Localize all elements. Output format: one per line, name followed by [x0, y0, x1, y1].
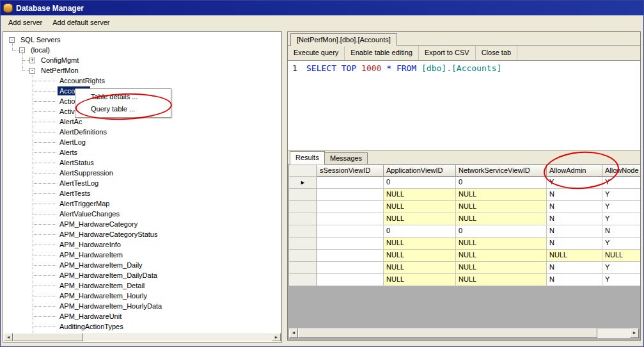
- grid-cell[interactable]: Y: [602, 238, 640, 250]
- grid-scrollbar-track[interactable]: [597, 328, 630, 338]
- tree-item-label[interactable]: AlertAc: [58, 117, 84, 126]
- tree-item-label[interactable]: AlertStatus: [58, 158, 96, 167]
- row-selector[interactable]: [289, 201, 317, 213]
- tree-item-label[interactable]: NetPerfMon: [39, 66, 81, 75]
- grid-cell[interactable]: N: [547, 238, 602, 250]
- tree-item-label[interactable]: SQL Servers: [19, 35, 63, 44]
- grid-cell[interactable]: NULL: [602, 250, 640, 262]
- tree-item--local-[interactable]: -(local): [4, 45, 281, 55]
- tree-item-apm-hardwareitem-hourlydata[interactable]: APM_HardwareItem_HourlyData: [4, 301, 281, 311]
- tab-messages[interactable]: Messages: [324, 152, 368, 165]
- tree-item-label[interactable]: AlertSuppression: [58, 168, 115, 177]
- column-header-applicationviewid[interactable]: ApplicationViewID: [384, 165, 456, 177]
- grid-cell[interactable]: N: [547, 189, 602, 201]
- scroll-right-arrow-icon[interactable]: ►: [272, 333, 281, 341]
- grid-cell[interactable]: Y: [602, 262, 640, 274]
- grid-cell[interactable]: N: [547, 274, 602, 286]
- tree-item-label[interactable]: APM_HardwareItem_Daily: [58, 261, 145, 270]
- tree-item-configmgmt[interactable]: +ConfigMgmt: [4, 55, 281, 65]
- scroll-right-arrow-icon[interactable]: ►: [630, 328, 639, 338]
- grid-cell[interactable]: [317, 177, 384, 189]
- row-selector[interactable]: [289, 250, 317, 262]
- tree-item-alertstatus[interactable]: AlertStatus: [4, 157, 281, 168]
- grid-cell[interactable]: 0: [456, 177, 547, 189]
- tree-scrollbar-track[interactable]: [83, 333, 272, 341]
- execute-query-button[interactable]: Execute query: [288, 46, 345, 60]
- tree-scrollbar-thumb[interactable]: [13, 333, 83, 341]
- grid-cell[interactable]: N: [547, 225, 602, 238]
- tree-item-label[interactable]: ConfigMgmt: [39, 56, 81, 65]
- tree-item-accountrights[interactable]: AccountRights: [4, 76, 281, 86]
- tree-item-label[interactable]: APM_HardwareItem_Detail: [58, 281, 146, 290]
- tree-item-label[interactable]: AccountRights: [58, 76, 107, 85]
- tree-item-auditingactiontypes[interactable]: AuditingActionTypes: [4, 321, 281, 332]
- tree-item-apm-hardwarecategory[interactable]: APM_HardwareCategory: [4, 219, 281, 229]
- tree-item-apm-hardwareitem-hourly[interactable]: APM_HardwareItem_Hourly: [4, 291, 281, 301]
- sql-query-text[interactable]: SELECT TOP 1000 * FROM [dbo].[Accounts]: [306, 61, 501, 150]
- row-selector[interactable]: [289, 213, 317, 225]
- tree-item-label[interactable]: APM_HardwareItem_DailyData: [58, 271, 159, 280]
- scroll-left-arrow-icon[interactable]: ◄: [4, 333, 13, 341]
- grid-cell[interactable]: NULL: [456, 238, 547, 250]
- tree-horizontal-scrollbar[interactable]: ◄ ►: [4, 333, 281, 341]
- grid-cell[interactable]: NULL: [384, 213, 456, 225]
- tree-item-alerts[interactable]: Alerts: [4, 147, 281, 157]
- grid-cell[interactable]: NULL: [456, 189, 547, 201]
- grid-cell[interactable]: [317, 213, 384, 225]
- tree-item-apm-hardwareitem[interactable]: APM_HardwareItem: [4, 250, 281, 260]
- grid-cell[interactable]: NULL: [384, 238, 456, 250]
- tree-item-apm-hardwareinfo[interactable]: APM_HardwareInfo: [4, 239, 281, 250]
- grid-cell[interactable]: Y: [602, 189, 640, 201]
- tree-item-label[interactable]: AlertLog: [58, 138, 88, 147]
- tree-item-label[interactable]: AlertTests: [58, 189, 92, 198]
- grid-cell[interactable]: [317, 225, 384, 238]
- tab-netperfmon-dbo-accounts[interactable]: [NetPerfMon].[dbo].[Accounts]: [290, 33, 397, 46]
- row-selector[interactable]: [289, 225, 317, 238]
- grid-cell[interactable]: NULL: [384, 274, 456, 286]
- tab-results[interactable]: Results: [290, 151, 325, 165]
- grid-scrollbar-thumb[interactable]: [298, 328, 597, 338]
- tree-item-sql-servers[interactable]: -SQL Servers: [4, 35, 281, 45]
- scroll-left-arrow-icon[interactable]: ◄: [289, 328, 298, 338]
- tree-item-alerttests[interactable]: AlertTests: [4, 188, 281, 198]
- tree-item-alertdefinitions[interactable]: AlertDefinitions: [4, 127, 281, 137]
- sql-editor[interactable]: 1 SELECT TOP 1000 * FROM [dbo].[Accounts…: [288, 60, 640, 150]
- grid-cell[interactable]: [317, 274, 384, 286]
- grid-cell[interactable]: N: [547, 201, 602, 213]
- tree-item-label[interactable]: AuditingArguments: [58, 332, 121, 333]
- menu-add-default-server[interactable]: Add default server: [47, 17, 114, 28]
- tree-item-apm-hardwarecategorystatus[interactable]: APM_HardwareCategoryStatus: [4, 229, 281, 239]
- row-selector[interactable]: [289, 262, 317, 274]
- title-bar[interactable]: Database Manager: [1, 1, 643, 15]
- grid-cell[interactable]: NULL: [384, 189, 456, 201]
- grid-cell[interactable]: NULL: [384, 201, 456, 213]
- grid-cell[interactable]: Y: [602, 274, 640, 286]
- grid-cell[interactable]: 0: [384, 177, 456, 189]
- row-selector[interactable]: [289, 189, 317, 201]
- row-selector[interactable]: [289, 274, 317, 286]
- tree-item-label[interactable]: AlertValueChanges: [58, 209, 122, 218]
- grid-cell[interactable]: N: [547, 262, 602, 274]
- grid-cell[interactable]: [317, 250, 384, 262]
- tree-item-alertsuppression[interactable]: AlertSuppression: [4, 168, 281, 178]
- tree-item-apm-hardwareunit[interactable]: APM_HardwareUnit: [4, 311, 281, 321]
- expand-icon[interactable]: +: [29, 58, 35, 63]
- column-header-ssessionviewid[interactable]: sSessionViewID: [317, 165, 384, 177]
- tree-item-netperfmon[interactable]: -NetPerfMon: [4, 65, 281, 76]
- enable-table-editing-button[interactable]: Enable table editing: [345, 46, 419, 60]
- tree-item-alerttriggermap[interactable]: AlertTriggerMap: [4, 198, 281, 209]
- grid-cell[interactable]: NULL: [456, 213, 547, 225]
- tree-item-label[interactable]: AlertDefinitions: [58, 127, 109, 136]
- row-selector[interactable]: [289, 238, 317, 250]
- grid-cell[interactable]: NULL: [456, 201, 547, 213]
- grid-cell[interactable]: [317, 201, 384, 213]
- tree-item-label[interactable]: AlertTestLog: [58, 179, 100, 188]
- tree-item-label[interactable]: APM_HardwareCategoryStatus: [58, 230, 159, 239]
- row-selector[interactable]: ►: [289, 177, 317, 189]
- grid-cell[interactable]: N: [547, 213, 602, 225]
- grid-horizontal-scrollbar[interactable]: ◄ ►: [289, 328, 639, 338]
- grid-cell[interactable]: Y: [602, 201, 640, 213]
- close-tab-button[interactable]: Close tab: [476, 46, 517, 60]
- menu-add-server[interactable]: Add server: [3, 17, 47, 28]
- tree-item-apm-hardwareitem-dailydata[interactable]: APM_HardwareItem_DailyData: [4, 270, 281, 280]
